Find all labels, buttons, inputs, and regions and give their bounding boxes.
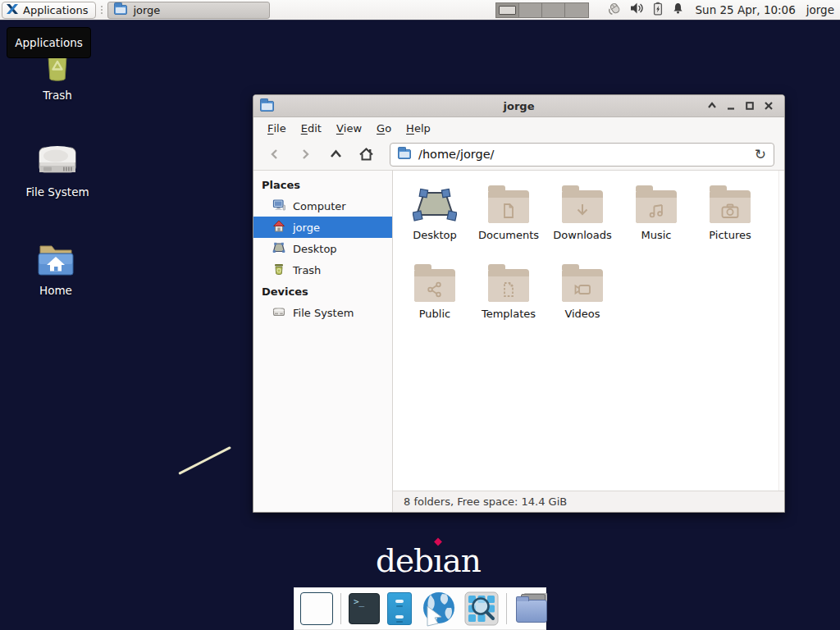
file-item-label: Downloads xyxy=(553,229,611,241)
workspace-3[interactable] xyxy=(542,3,565,17)
sidebar-item-label: Desktop xyxy=(293,243,337,255)
statusbar-text: 8 folders, Free space: 14.4 GiB xyxy=(404,495,567,508)
folder-videos-icon xyxy=(562,269,603,302)
file-item-label: Videos xyxy=(564,308,600,320)
workspace-4[interactable] xyxy=(565,3,588,17)
menu-help[interactable]: Help xyxy=(399,117,438,139)
file-item-templates[interactable]: Templates xyxy=(472,254,546,333)
file-item-documents[interactable]: Documents xyxy=(472,176,546,254)
file-manager-icon[interactable] xyxy=(514,592,549,625)
folder-pictures-icon xyxy=(710,190,751,223)
show-desktop-icon[interactable] xyxy=(300,592,333,625)
desktop-icon-label: Trash xyxy=(43,89,72,102)
forward-button[interactable] xyxy=(297,144,313,164)
panel-user-label[interactable]: jorge xyxy=(806,3,834,16)
computer-icon xyxy=(272,199,285,214)
battery-icon[interactable] xyxy=(652,2,664,19)
minimize-button[interactable] xyxy=(721,97,740,115)
up-button[interactable] xyxy=(327,144,344,164)
mouse-icon[interactable] xyxy=(607,1,622,19)
scrollbar-track[interactable] xyxy=(778,171,779,491)
desktop-icon-label: Home xyxy=(39,284,72,297)
workspace-1[interactable] xyxy=(496,3,519,17)
sidebar-item-jorge[interactable]: jorge xyxy=(253,217,392,238)
volume-icon[interactable] xyxy=(630,2,644,18)
file-item-downloads[interactable]: Downloads xyxy=(546,176,619,254)
path-bar-input[interactable]: /home/jorge/ ↻ xyxy=(390,143,774,167)
system-tray xyxy=(607,1,684,19)
harddrive-icon xyxy=(36,139,79,182)
sidebar-item-computer[interactable]: Computer xyxy=(253,195,392,217)
folder-icon xyxy=(398,149,411,159)
maximize-button[interactable] xyxy=(740,97,759,115)
applications-menu-label: Applications xyxy=(23,4,88,16)
workspace-2[interactable] xyxy=(519,3,542,17)
sidebar-item-label: Computer xyxy=(293,200,346,212)
web-browser-icon[interactable] xyxy=(419,590,457,628)
folder-icon xyxy=(114,5,127,15)
file-item-pictures[interactable]: Pictures xyxy=(693,176,767,254)
harddrive-mini-icon xyxy=(272,305,285,321)
file-item-public[interactable]: Public xyxy=(398,254,472,333)
menubar: File Edit View Go Help xyxy=(253,117,784,139)
sidebar-item-desktop[interactable]: Desktop xyxy=(253,238,392,259)
desktop-icon-home[interactable]: Home xyxy=(13,238,98,297)
sidebar-header-devices: Devices xyxy=(253,281,392,302)
menu-file[interactable]: File xyxy=(260,117,294,139)
sidebar-item-label: File System xyxy=(293,307,354,319)
taskbar-button-jorge[interactable]: jorge xyxy=(107,2,270,19)
dock: >_ xyxy=(294,587,546,630)
toolbar: /home/jorge/ ↻ xyxy=(253,139,784,171)
file-item-label: Public xyxy=(419,308,450,320)
workspace-window-miniature xyxy=(499,6,516,15)
bell-icon[interactable] xyxy=(672,2,684,18)
close-button[interactable] xyxy=(759,97,778,115)
folder-downloads-icon xyxy=(562,190,603,223)
desktop-icon xyxy=(413,176,457,223)
dock-separator xyxy=(506,593,507,624)
refresh-icon[interactable]: ↻ xyxy=(755,148,766,162)
sidebar-item-label: Trash xyxy=(293,264,321,276)
sidebar-item-label: jorge xyxy=(293,221,320,234)
home-icon xyxy=(272,220,285,235)
file-item-desktop[interactable]: Desktop xyxy=(398,176,472,254)
folder-public-icon xyxy=(414,269,455,302)
applications-tooltip: Applications xyxy=(7,27,91,58)
back-button[interactable] xyxy=(267,144,283,164)
window-folder-icon xyxy=(260,101,274,112)
desktop: Applications jorge xyxy=(0,0,840,630)
window-titlebar[interactable]: jorge xyxy=(253,95,784,117)
taskbar-button-label: jorge xyxy=(133,4,160,16)
file-item-label: Desktop xyxy=(413,229,457,241)
file-cabinet-icon[interactable] xyxy=(387,592,412,625)
menu-view[interactable]: View xyxy=(329,117,369,139)
file-item-videos[interactable]: Videos xyxy=(546,254,619,333)
desktop-icon-label: File System xyxy=(25,185,89,199)
panel-clock[interactable]: Sun 25 Apr, 10:06 xyxy=(696,3,796,16)
desktop-icon-file-system[interactable]: File System xyxy=(15,139,100,199)
desktop-mini-icon xyxy=(272,241,285,257)
xorg-x-icon xyxy=(6,2,19,18)
file-item-label: Pictures xyxy=(709,229,751,241)
sidebar-item-file-system[interactable]: File System xyxy=(253,302,392,323)
home-button[interactable] xyxy=(358,144,374,164)
app-finder-icon[interactable] xyxy=(464,591,499,626)
home-folder-icon xyxy=(34,238,77,281)
menu-go[interactable]: Go xyxy=(369,117,399,139)
workspace-pager[interactable] xyxy=(495,2,589,18)
sidebar: Places Computer xyxy=(253,171,393,512)
applications-tooltip-text: Applications xyxy=(15,36,82,49)
sidebar-item-trash[interactable]: Trash xyxy=(253,259,392,281)
file-item-music[interactable]: Music xyxy=(619,176,693,254)
applications-menu-button[interactable]: Applications xyxy=(2,2,96,19)
file-manager-window: jorge File Edit View Go Help xyxy=(253,94,785,513)
top-panel: Applications jorge xyxy=(0,0,840,21)
file-item-label: Documents xyxy=(478,229,539,241)
file-item-label: Music xyxy=(641,229,672,241)
folder-templates-icon xyxy=(488,269,529,302)
terminal-icon[interactable]: >_ xyxy=(349,593,380,624)
panel-grip-handle[interactable] xyxy=(98,3,105,16)
menu-edit[interactable]: Edit xyxy=(294,117,329,139)
shade-button[interactable] xyxy=(702,97,721,115)
dock-separator xyxy=(340,593,341,624)
